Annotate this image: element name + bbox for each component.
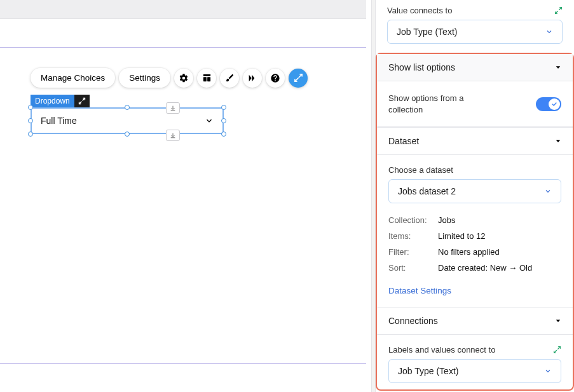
- selection-handle[interactable]: [221, 118, 226, 123]
- manage-choices-button[interactable]: Manage Choices: [31, 68, 115, 88]
- chevron-down-icon: [205, 116, 214, 125]
- help-icon: [270, 73, 280, 83]
- svg-rect-1: [203, 77, 206, 81]
- choose-dataset-value: Jobs dataset 2: [398, 186, 456, 196]
- dataset-collection-key: Collection:: [388, 215, 438, 225]
- dataset-filter-val: No filters applied: [438, 247, 500, 257]
- dataset-filter-row: Filter: No filters applied: [388, 244, 561, 260]
- check-icon: [551, 101, 557, 107]
- dataset-section-title: Dataset: [388, 136, 419, 146]
- dataset-items-val: Limited to 12: [438, 231, 485, 241]
- show-options-toggle[interactable]: [536, 97, 561, 111]
- connections-section-header[interactable]: Connections: [377, 307, 573, 335]
- stretch-handle-bottom[interactable]: [166, 130, 180, 141]
- animation-icon: [247, 73, 257, 83]
- properties-panel: Value connects to Job Type (Text) Show l…: [376, 0, 574, 392]
- dataset-items-key: Items:: [388, 231, 438, 241]
- highlighted-panel-region: Show list options Show options from a co…: [376, 53, 574, 391]
- selection-handle[interactable]: [28, 105, 33, 110]
- element-type-label: Dropdown: [35, 97, 70, 105]
- choose-dataset-select[interactable]: Jobs dataset 2: [388, 179, 561, 203]
- connect-data-icon-button[interactable]: [289, 69, 308, 88]
- labels-values-connect-select[interactable]: Job Type (Text): [388, 359, 561, 383]
- labels-values-connect-row: Labels and values connect to: [377, 335, 573, 359]
- show-options-toggle-label: Show options from a collection: [388, 93, 490, 115]
- value-connects-value: Job Type (Text): [397, 27, 457, 37]
- selection-handle[interactable]: [28, 118, 33, 123]
- brush-icon: [225, 73, 235, 83]
- dataset-sort-key: Sort:: [388, 263, 438, 273]
- animation-icon-button[interactable]: [243, 69, 262, 88]
- canvas-area: Manage Choices Settings Dropdown Full Ti…: [0, 0, 369, 392]
- choose-dataset-label-row: Choose a dataset: [377, 155, 573, 179]
- value-connects-label: Value connects to: [387, 6, 452, 15]
- panel-resize-divider[interactable]: [371, 0, 376, 392]
- show-options-from-collection-row: Show options from a collection: [377, 81, 573, 127]
- selection-handle[interactable]: [28, 132, 33, 137]
- chevron-down-icon: [545, 28, 553, 36]
- chevron-down-icon: [544, 367, 552, 375]
- element-toolbar: Manage Choices Settings: [31, 68, 308, 88]
- connections-section-title: Connections: [388, 316, 438, 326]
- show-list-options-title: Show list options: [388, 62, 455, 72]
- canvas-top-bar: [0, 0, 366, 19]
- element-connection-badge[interactable]: [74, 95, 90, 107]
- dataset-items-row: Items: Limited to 12: [388, 228, 561, 244]
- selection-handle[interactable]: [125, 132, 130, 137]
- labels-values-connect-value: Job Type (Text): [398, 366, 458, 376]
- design-icon-button[interactable]: [220, 69, 239, 88]
- selection-handle[interactable]: [125, 105, 130, 110]
- connection-badge-icon: [78, 97, 86, 105]
- chevron-down-icon: [544, 187, 552, 195]
- element-type-tag[interactable]: Dropdown: [31, 95, 90, 107]
- dropdown-value: Full Time: [41, 116, 77, 126]
- dataset-sort-val: Date created: New → Old: [438, 263, 532, 273]
- dataset-section-header[interactable]: Dataset: [377, 127, 573, 155]
- dataset-collection-val: Jobs: [438, 215, 455, 225]
- layout-icon: [202, 73, 212, 83]
- gear-icon-button[interactable]: [174, 69, 193, 88]
- layout-icon-button[interactable]: [197, 69, 216, 88]
- connect-data-icon: [294, 73, 303, 83]
- selection-handle[interactable]: [221, 132, 226, 137]
- svg-rect-2: [207, 77, 210, 81]
- stretch-icon: [170, 132, 176, 139]
- value-connects-label-row: Value connects to: [376, 0, 574, 20]
- svg-marker-5: [556, 66, 561, 69]
- dataset-collection-row: Collection: Jobs: [388, 212, 561, 228]
- connection-link-icon[interactable]: [554, 6, 563, 15]
- connection-link-icon[interactable]: [553, 346, 561, 354]
- selection-handle[interactable]: [221, 105, 226, 110]
- collapse-caret-icon: [555, 64, 561, 71]
- collapse-caret-icon: [555, 138, 561, 144]
- svg-marker-7: [556, 320, 561, 322]
- value-connects-select[interactable]: Job Type (Text): [387, 20, 563, 44]
- settings-button[interactable]: Settings: [119, 68, 170, 88]
- dropdown-element[interactable]: Full Time: [31, 107, 224, 134]
- dataset-filter-key: Filter:: [388, 247, 438, 257]
- stretch-handle-top[interactable]: [166, 102, 180, 114]
- help-icon-button[interactable]: [266, 69, 285, 88]
- gear-icon: [179, 73, 189, 83]
- choose-dataset-label: Choose a dataset: [388, 165, 453, 175]
- dataset-settings-link[interactable]: Dataset Settings: [377, 280, 463, 307]
- svg-rect-0: [203, 74, 210, 76]
- show-list-options-header[interactable]: Show list options: [377, 54, 573, 81]
- labels-values-connect-label: Labels and values connect to: [388, 345, 495, 355]
- toggle-knob: [549, 98, 560, 110]
- dataset-sort-row: Sort: Date created: New → Old: [388, 260, 561, 276]
- svg-marker-6: [556, 140, 561, 142]
- collapse-caret-icon: [555, 318, 561, 324]
- dataset-info-list: Collection: Jobs Items: Limited to 12 Fi…: [377, 212, 573, 280]
- stretch-icon: [170, 105, 176, 111]
